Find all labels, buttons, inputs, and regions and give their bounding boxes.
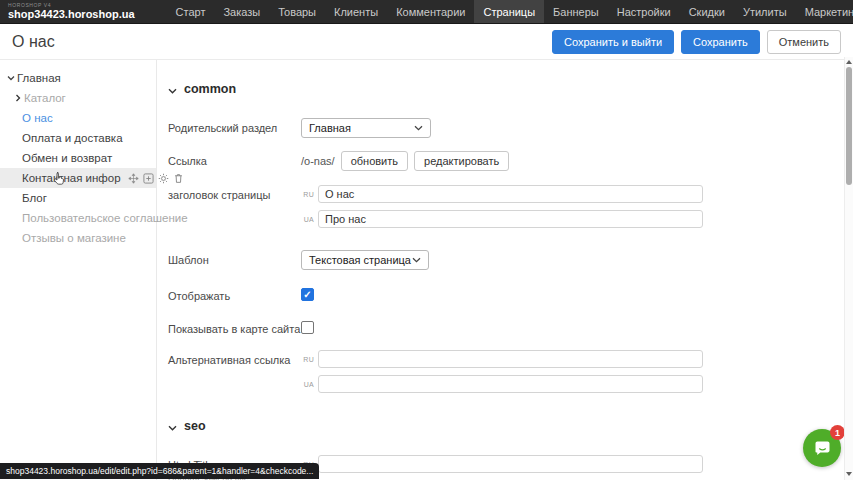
sidebar-item-contact-info[interactable]: Контактная инфор [0,168,156,188]
lang-row-ru: RU [301,185,703,203]
chevron-down-icon [168,417,177,435]
sidebar-item-exchange-return[interactable]: Обмен и возврат [0,148,156,168]
link-value: /o-nas/ [301,155,335,167]
save-and-exit-button[interactable]: Сохранить и выйти [552,30,674,54]
template-select[interactable]: Текстовая страница [301,250,429,270]
field-label: Показывать в карте сайта [168,319,301,335]
topbar: HOROSHOP V4 shop34423.horoshop.ua Старт … [0,0,853,24]
main-menu: Старт Заказы Товары Клиенты Комментарии … [167,0,853,23]
section-title: common [184,82,236,96]
lang-inputs: RU UA [301,455,703,480]
vertical-scrollbar[interactable] [844,57,853,480]
menu-pages[interactable]: Страницы [474,0,544,23]
field-label: заголовок страницы [168,185,301,201]
chevron-right-icon[interactable] [12,94,24,102]
menu-start[interactable]: Старт [167,0,215,23]
field-label: Ссылка [168,151,301,167]
lang-badge-ua: UA [301,381,314,388]
sidebar-item-home[interactable]: Главная [0,68,156,88]
select-value: Главная [309,122,351,134]
section-seo-header[interactable]: seo [168,417,853,435]
app-window: HOROSHOP V4 shop34423.horoshop.ua Старт … [0,0,853,480]
add-page-icon[interactable] [143,173,154,184]
save-button[interactable]: Сохранить [681,30,760,54]
field-sitemap: Показывать в карте сайта [168,319,853,335]
chevron-down-icon [414,125,423,131]
tree-label: О нас [22,112,53,124]
scrollbar-thumb[interactable] [846,67,852,185]
lang-inputs: RU UA [301,185,703,228]
cancel-button[interactable]: Отменить [767,30,841,54]
tree-label: Обмен и возврат [22,152,112,164]
sidebar-item-store-reviews[interactable]: Отзывы о магазине [0,228,156,248]
field-page-title: заголовок страницы RU UA [168,185,853,228]
lang-badge-ru: RU [301,356,314,363]
section-title: seo [184,419,206,433]
tree-label: Главная [17,72,61,84]
chevron-down-icon [412,257,421,263]
move-icon[interactable] [128,173,139,184]
edit-form: common Родительский раздел Главная Ссылк… [157,60,853,480]
page-title-ru-input[interactable] [318,185,703,203]
tree-label: Контактная инфор [22,172,121,184]
scroll-up-arrow-icon[interactable] [846,60,852,64]
lang-badge-ru: RU [301,191,314,198]
field-label: Шаблон [168,250,301,266]
lang-badge-ua: UA [301,216,314,223]
select-value: Текстовая страница [309,254,411,266]
menu-clients[interactable]: Клиенты [325,0,387,23]
brand-domain: shop34423.horoshop.ua [8,9,135,20]
tree-label: Оплата и доставка [22,132,123,144]
menu-utilities[interactable]: Утилиты [734,0,796,23]
content-area: Главная Каталог О нас Оплата и доставка … [0,60,853,480]
scroll-down-arrow-icon[interactable] [846,472,852,476]
menu-orders[interactable]: Заказы [214,0,269,23]
menu-comments[interactable]: Комментарии [387,0,474,23]
display-checkbox[interactable] [301,288,314,301]
notification-badge: 1 [830,425,845,440]
page-title: О нас [12,33,55,51]
link-edit-button[interactable]: редактировать [414,151,509,171]
lang-inputs: RU UA [301,350,703,393]
tree-label: Блог [22,192,47,204]
field-display: Отображать [168,286,853,302]
menu-marketing[interactable]: Маркетинг [796,0,853,23]
page-title-ua-input[interactable] [318,210,703,228]
sidebar-item-user-agreement[interactable]: Пользовательское соглашение [0,208,156,228]
sidebar-item-payment-delivery[interactable]: Оплата и доставка [0,128,156,148]
menu-settings[interactable]: Настройки [608,0,680,23]
section-common-header[interactable]: common [168,80,853,98]
chat-icon [812,438,833,459]
status-url-tooltip: shop34423.horoshop.ua/edit/edit.php?id=6… [0,463,319,479]
link-controls: /o-nas/ обновить редактировать [301,151,509,171]
tree-label: Каталог [24,92,66,104]
field-template: Шаблон Текстовая страница [168,250,853,270]
sidebar-item-blog[interactable]: Блог [0,188,156,208]
menu-banners[interactable]: Баннеры [544,0,608,23]
chevron-down-icon [168,80,177,98]
sidebar-item-about-us[interactable]: О нас [0,108,156,128]
link-refresh-button[interactable]: обновить [341,151,408,171]
field-link: Ссылка /o-nas/ обновить редактировать [168,151,853,171]
html-title-ru-input[interactable] [318,455,703,473]
sitemap-checkbox[interactable] [301,321,314,334]
pages-tree-sidebar: Главная Каталог О нас Оплата и доставка … [0,60,157,480]
brand-logo[interactable]: HOROSHOP V4 shop34423.horoshop.ua [8,3,135,20]
menu-discounts[interactable]: Скидки [680,0,734,23]
lang-row-ru: RU [301,350,703,368]
field-label: Отображать [168,286,301,302]
field-parent-section: Родительский раздел Главная [168,118,853,138]
lang-row-ua: UA [301,210,703,228]
menu-products[interactable]: Товары [269,0,325,23]
chat-widget-button[interactable]: 1 [803,429,841,467]
alt-link-ru-input[interactable] [318,350,703,368]
lang-row-ru: RU [301,455,703,473]
tree-label: Отзывы о магазине [22,232,126,244]
sidebar-item-catalog[interactable]: Каталог [0,88,156,108]
header-buttons: Сохранить и выйти Сохранить Отменить [552,30,841,54]
chevron-down-icon[interactable] [5,75,17,81]
alt-link-ua-input[interactable] [318,375,703,393]
field-alt-link: Альтернативная ссылка RU UA [168,350,853,393]
parent-section-select[interactable]: Главная [301,118,431,138]
page-header: О нас Сохранить и выйти Сохранить Отмени… [0,24,853,60]
